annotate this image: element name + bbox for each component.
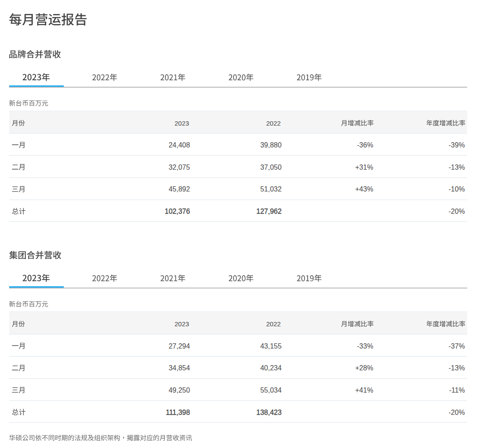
svg-text:27,294: 27,294 — [168, 342, 190, 350]
svg-text:127,962: 127,962 — [257, 208, 282, 215]
svg-text:24,408: 24,408 — [168, 141, 190, 149]
svg-text:55,034: 55,034 — [260, 386, 281, 394]
svg-text:49,250: 49,250 — [168, 386, 190, 394]
svg-text:-13%: -13% — [449, 164, 465, 171]
svg-text:2022: 2022 — [266, 320, 281, 328]
svg-text:-33%: -33% — [357, 342, 373, 350]
svg-text:2023: 2023 — [175, 120, 189, 127]
svg-text:111,398: 111,398 — [166, 409, 190, 416]
svg-text:+43%: +43% — [355, 185, 373, 193]
svg-text:-39%: -39% — [449, 141, 465, 149]
svg-text:45,892: 45,892 — [168, 185, 190, 193]
svg-text:-11%: -11% — [449, 386, 465, 394]
svg-text:-37%: -37% — [449, 342, 465, 350]
svg-text:138,423: 138,423 — [257, 409, 282, 416]
svg-text:32,075: 32,075 — [168, 164, 190, 171]
svg-text:102,376: 102,376 — [165, 208, 190, 215]
svg-text:-13%: -13% — [449, 364, 465, 372]
svg-text:-36%: -36% — [357, 141, 373, 149]
svg-text:+31%: +31% — [355, 164, 373, 171]
svg-text:2022: 2022 — [266, 120, 281, 127]
svg-text:2023: 2023 — [175, 320, 189, 328]
svg-text:37,050: 37,050 — [260, 164, 281, 171]
svg-text:-20%: -20% — [449, 208, 465, 215]
svg-text:51,032: 51,032 — [260, 185, 281, 193]
svg-text:-20%: -20% — [449, 409, 465, 416]
svg-text:-10%: -10% — [449, 185, 465, 193]
svg-text:43,155: 43,155 — [260, 342, 281, 350]
svg-text:+28%: +28% — [355, 364, 373, 372]
svg-text:40,234: 40,234 — [260, 364, 281, 372]
svg-text:34,854: 34,854 — [168, 364, 190, 372]
svg-text:39,880: 39,880 — [260, 141, 281, 149]
svg-text:+41%: +41% — [355, 386, 373, 394]
